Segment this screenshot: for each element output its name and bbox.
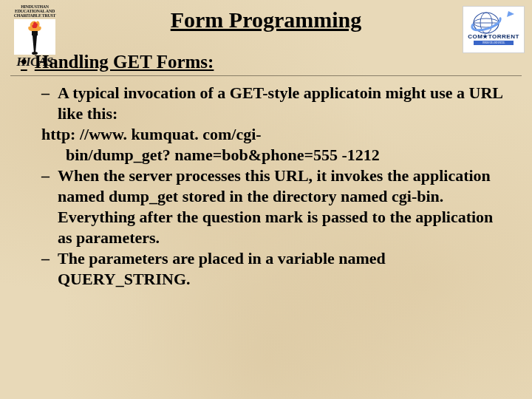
bullet-item-1-text: A typical invocation of a GET-style appl… <box>58 83 511 124</box>
bullet-heading: • Handling GET Forms: <box>21 52 511 72</box>
svg-marker-1 <box>33 35 37 53</box>
bullet-item-2-text: When the server processes this URL, it i… <box>58 166 511 248</box>
dash-icon: – <box>41 248 58 290</box>
url-line: http: //www. kumquat. com/cgi- bin/dump_… <box>41 124 511 166</box>
logo-right-brand: COM★TORRENT <box>468 33 519 40</box>
logo-right-tagline: INNOVATE AND EXCEL <box>474 41 514 45</box>
bullet-dot: • <box>21 52 27 72</box>
bullet-item-2: – When the server processes this URL, it… <box>41 166 511 248</box>
heading-text: Handling GET Forms: <box>35 52 214 72</box>
slide: HINDUSTHAN EDUCATIONAL AND CHARITABLE TR… <box>0 0 532 399</box>
slide-body: • Handling GET Forms: – A typical invoca… <box>21 52 511 290</box>
dash-icon: – <box>41 83 58 124</box>
bullet-item-3: – The parameters are placed in a variabl… <box>41 248 511 290</box>
bullet-item-3-text: The parameters are placed in a variable … <box>58 248 511 290</box>
slide-title: Form Programming <box>0 7 532 33</box>
dash-icon: – <box>41 166 58 248</box>
bullet-item-1: – A typical invocation of a GET-style ap… <box>41 83 511 124</box>
